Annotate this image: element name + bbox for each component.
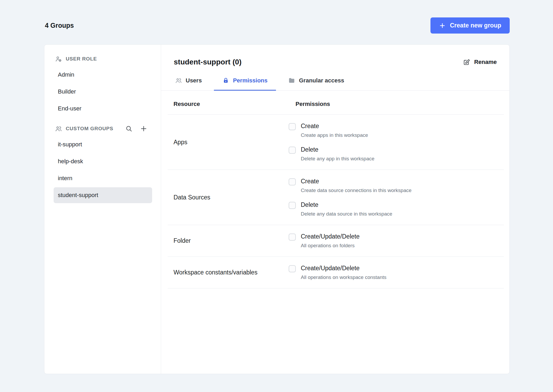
sidebar-item-it-support[interactable]: it-support (54, 137, 152, 152)
top-bar: 4 Groups Create new group (0, 0, 553, 34)
custom-groups-section-label: CUSTOM GROUPS (66, 126, 113, 132)
group-detail-panel: student-support (0) Rename (161, 45, 509, 374)
permissions-cell-folder: Create/Update/Delete All operations on f… (289, 225, 504, 256)
add-group-button[interactable] (138, 123, 149, 134)
tab-granular-access[interactable]: Granular access (280, 77, 353, 91)
permissions-cell-workspace-constants: Create/Update/Delete All operations on w… (289, 257, 504, 288)
sidebar-item-help-desk[interactable]: help-desk (54, 153, 152, 169)
sidebar-item-student-support[interactable]: student-support (54, 187, 152, 203)
tab-permissions-label: Permissions (233, 77, 268, 84)
sidebar-item-intern[interactable]: intern (54, 170, 152, 186)
group-tabs: Users Permissions (161, 77, 509, 91)
user-role-icon (55, 55, 62, 63)
permission-item: Create Create data source connections in… (289, 178, 504, 193)
resource-label-workspace-constants: Workspace constants/variables (168, 257, 289, 288)
folder-icon (288, 77, 295, 84)
plus-icon (439, 22, 446, 29)
groups-sidebar: USER ROLE Admin Builder End-user CUSTOM … (44, 45, 161, 374)
permission-label: Delete (301, 201, 392, 208)
create-new-group-label: Create new group (450, 22, 501, 29)
groups-count-heading: 4 Groups (45, 22, 74, 29)
resource-label-apps: Apps (168, 115, 289, 170)
permission-item: Create/Update/Delete All operations on w… (289, 265, 504, 280)
sidebar-item-builder[interactable]: Builder (54, 84, 152, 100)
permission-description: All operations on folders (301, 243, 359, 249)
workspace-constants-cud-checkbox[interactable] (289, 265, 296, 272)
sidebar-item-admin[interactable]: Admin (54, 67, 152, 83)
permission-label: Create/Update/Delete (301, 233, 359, 240)
group-detail-header: student-support (0) Rename (161, 45, 509, 66)
search-icon (125, 125, 133, 132)
resource-column-header: Resource (168, 101, 289, 108)
permission-item: Create Create apps in this workspace (289, 123, 504, 138)
permission-description: Create data source connections in this w… (301, 188, 411, 193)
permissions-column-header: Permissions (289, 101, 330, 108)
data-sources-delete-checkbox[interactable] (289, 202, 296, 209)
user-role-section-header: USER ROLE (44, 54, 161, 64)
apps-create-checkbox[interactable] (289, 123, 296, 130)
permissions-cell-data-sources: Create Create data source connections in… (289, 170, 504, 225)
table-row-folder: Folder Create/Update/Delete All operatio… (168, 225, 504, 257)
permission-label: Delete (301, 146, 374, 153)
permission-description: Delete any data source in this workspace (301, 211, 392, 217)
tab-permissions[interactable]: Permissions (214, 77, 276, 91)
permissions-table: Resource Permissions Apps Create Create … (168, 91, 504, 288)
users-icon (175, 77, 182, 84)
permission-description: Delete any app in this workspace (301, 156, 374, 162)
resource-label-data-sources: Data Sources (168, 170, 289, 225)
search-groups-button[interactable] (123, 123, 134, 134)
create-new-group-button[interactable]: Create new group (430, 17, 510, 34)
rename-button[interactable]: Rename (463, 59, 497, 66)
user-role-section-label: USER ROLE (66, 56, 97, 62)
table-header-row: Resource Permissions (168, 91, 504, 115)
groups-panel: USER ROLE Admin Builder End-user CUSTOM … (44, 44, 510, 374)
user-role-list: Admin Builder End-user (44, 67, 161, 116)
custom-groups-list: it-support help-desk intern student-supp… (44, 137, 161, 203)
permission-label: Create/Update/Delete (301, 265, 386, 272)
permission-description: All operations on workspace constants (301, 274, 386, 280)
permission-item: Delete Delete any data source in this wo… (289, 201, 504, 217)
table-row-data-sources: Data Sources Create Create data source c… (168, 170, 504, 225)
permission-description: Create apps in this workspace (301, 132, 368, 138)
rename-label: Rename (474, 59, 497, 66)
custom-groups-icon (55, 125, 62, 132)
sidebar-item-end-user[interactable]: End-user (54, 101, 152, 116)
tab-granular-access-label: Granular access (299, 77, 344, 84)
tab-users[interactable]: Users (167, 77, 210, 91)
permission-item: Create/Update/Delete All operations on f… (289, 233, 504, 249)
permission-label: Create (301, 123, 368, 130)
table-row-workspace-constants: Workspace constants/variables Create/Upd… (168, 257, 504, 288)
group-title: student-support (0) (174, 58, 242, 66)
custom-groups-section-header: CUSTOM GROUPS (44, 123, 161, 134)
folder-cud-checkbox[interactable] (289, 234, 296, 241)
permission-label: Create (301, 178, 411, 185)
data-sources-create-checkbox[interactable] (289, 178, 296, 185)
add-group-plus-icon (140, 125, 148, 133)
tab-users-label: Users (186, 77, 202, 84)
lock-icon (222, 77, 229, 84)
apps-delete-checkbox[interactable] (289, 147, 296, 154)
table-row-apps: Apps Create Create apps in this workspac… (168, 115, 504, 170)
permission-item: Delete Delete any app in this workspace (289, 146, 504, 162)
permissions-cell-apps: Create Create apps in this workspace Del… (289, 115, 504, 170)
edit-icon (463, 59, 470, 66)
resource-label-folder: Folder (168, 225, 289, 256)
